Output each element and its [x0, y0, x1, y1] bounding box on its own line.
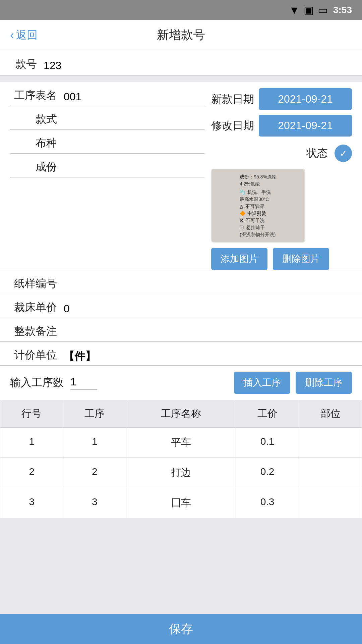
caichuang-danjia-label: 裁床单价 — [10, 300, 64, 315]
cell-price: 0.3 — [236, 488, 299, 518]
delete-image-button[interactable]: 删除图片 — [273, 248, 329, 270]
caichuang-danjia-input[interactable] — [64, 303, 352, 315]
cell-process: 1 — [63, 428, 126, 458]
jijia-label: 计价单位 — [10, 348, 64, 363]
add-image-button[interactable]: 添加图片 — [211, 248, 267, 270]
zhiyang-bianhao-input[interactable] — [64, 279, 352, 291]
insert-gongxu-button[interactable]: 插入工序 — [234, 372, 290, 394]
col-header-lineno: 行号 — [0, 400, 63, 428]
xiugai-riqi-value[interactable]: 2021-09-21 — [259, 115, 352, 137]
process-table-container: 行号 工序 工序名称 工价 部位 1 1 平车 0.1 2 2 打边 0.2 3… — [0, 400, 362, 518]
col-header-part: 部位 — [299, 400, 362, 428]
cell-part — [299, 458, 362, 488]
input-gongxu-label: 输入工序数 — [10, 375, 70, 390]
back-label: 返回 — [16, 28, 38, 43]
back-arrow-icon: ‹ — [10, 28, 14, 42]
wifi-icon: ▼ — [289, 4, 300, 16]
zhengkuan-beizhu-input[interactable] — [64, 326, 352, 339]
cell-price: 0.2 — [236, 458, 299, 488]
main-form-block: 工序表名 款式 布种 成份 — [0, 82, 362, 400]
xinkuan-riqi-value[interactable]: 2021-09-21 — [259, 88, 352, 110]
back-button[interactable]: ‹ 返回 — [10, 28, 38, 43]
checkmark-icon: ✓ — [340, 148, 347, 159]
process-table: 行号 工序 工序名称 工价 部位 1 1 平车 0.1 2 2 打边 0.2 3… — [0, 400, 362, 518]
cell-lineno: 2 — [0, 458, 63, 488]
kuanhao-section: 款号 — [0, 50, 362, 75]
status-time: 3:53 — [333, 5, 352, 15]
cell-price: 0.1 — [236, 428, 299, 458]
status-bar: ▼ ▣ ▭ 3:53 — [0, 0, 362, 20]
chengfen-input[interactable] — [64, 162, 204, 174]
label-image-text: 成份：95.8%涤纶 4.2%氨纶 🫧机洗、手洗 最高水温30°C △̶不可氯漂 — [240, 173, 277, 238]
signal-icon: ▣ — [304, 4, 314, 16]
cell-processname: 打边 — [126, 458, 236, 488]
save-button-label: 保存 — [169, 621, 193, 637]
status-icons: ▼ ▣ ▭ — [289, 4, 328, 16]
page-header: ‹ 返回 新增款号 — [0, 20, 362, 50]
kuanhao-label: 款号 — [10, 57, 44, 72]
col-header-processname: 工序名称 — [126, 400, 236, 428]
cell-part — [299, 488, 362, 518]
zhuangtai-checkbox[interactable]: ✓ — [335, 145, 352, 162]
kuanshi-input[interactable] — [64, 114, 204, 127]
table-row: 2 2 打边 0.2 — [0, 458, 362, 488]
xinkuan-riqi-label: 新款日期 — [211, 92, 254, 107]
zhuangtai-label: 状态 — [306, 146, 328, 161]
cell-lineno: 1 — [0, 428, 63, 458]
label-image-container: 成份：95.8%涤纶 4.2%氨纶 🫧机洗、手洗 最高水温30°C △̶不可氯漂 — [211, 169, 305, 243]
jijia-input[interactable] — [64, 350, 352, 363]
delete-gongxu-button[interactable]: 删除工序 — [296, 372, 352, 394]
battery-icon: ▭ — [318, 4, 328, 16]
cell-lineno: 3 — [0, 488, 63, 518]
table-row: 3 3 囗车 0.3 — [0, 488, 362, 518]
zhengkuan-beizhu-label: 整款备注 — [10, 324, 64, 339]
chengfen-label: 成份 — [10, 160, 64, 174]
cell-processname: 平车 — [126, 428, 236, 458]
table-row: 1 1 平车 0.1 — [0, 428, 362, 458]
buzhong-input[interactable] — [64, 138, 204, 151]
buzhong-label: 布种 — [10, 136, 64, 151]
input-gongxu-input[interactable] — [70, 376, 97, 390]
cell-part — [299, 428, 362, 458]
label-image: 成份：95.8%涤纶 4.2%氨纶 🫧机洗、手洗 最高水温30°C △̶不可氯漂 — [212, 169, 304, 242]
image-buttons: 添加图片 删除图片 — [211, 248, 329, 270]
zhiyang-bianhao-label: 纸样编号 — [10, 276, 64, 291]
col-header-process: 工序 — [63, 400, 126, 428]
col-header-price: 工价 — [236, 400, 299, 428]
cell-processname: 囗车 — [126, 488, 236, 518]
page-title: 新增款号 — [157, 27, 205, 43]
cell-process: 2 — [63, 458, 126, 488]
kuanhao-input[interactable] — [44, 59, 352, 72]
gongxu-biaoming-label: 工序表名 — [10, 88, 64, 103]
save-bar[interactable]: 保存 — [0, 614, 362, 644]
cell-process: 3 — [63, 488, 126, 518]
gongxu-biaoming-input[interactable] — [64, 91, 204, 103]
page-content: 款号 工序表名 款式 布种 — [0, 50, 362, 644]
kuanshi-label: 款式 — [10, 112, 64, 127]
xiugai-riqi-label: 修改日期 — [211, 118, 254, 133]
right-column: 新款日期 2021-09-21 修改日期 2021-09-21 状态 ✓ — [211, 82, 352, 270]
